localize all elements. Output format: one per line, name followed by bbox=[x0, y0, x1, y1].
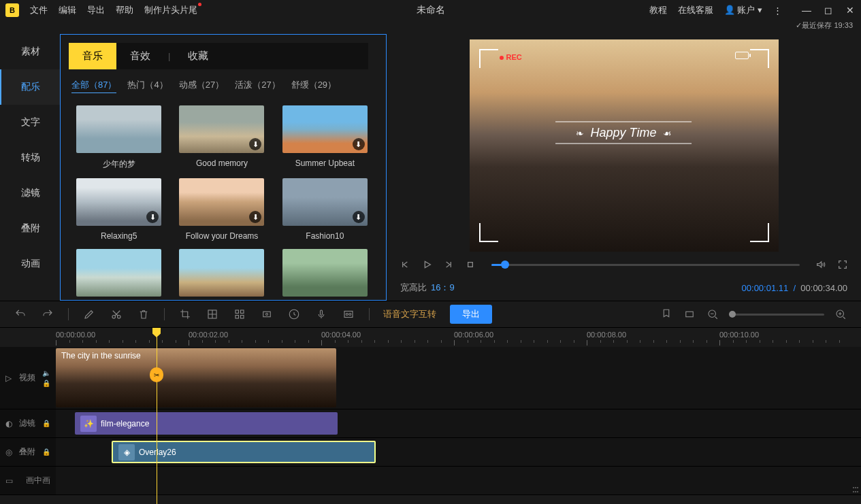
volume-icon[interactable] bbox=[815, 258, 827, 271]
lock-icon[interactable]: 🔒 bbox=[42, 380, 50, 387]
library-panel: 音乐 音效 | 收藏 全部（87） 热门（4） 动感（27） 活泼（27） 舒缓… bbox=[60, 34, 387, 301]
marker-icon[interactable] bbox=[660, 307, 673, 321]
preview-canvas[interactable]: REC ❧Happy Time☙ bbox=[470, 39, 779, 252]
play-icon[interactable] bbox=[421, 258, 433, 271]
app-logo: B bbox=[5, 3, 19, 17]
svg-rect-15 bbox=[686, 312, 694, 317]
tab-favorites[interactable]: 收藏 bbox=[174, 43, 222, 69]
track-lane-overlay[interactable]: ◈Overlay26 bbox=[56, 438, 861, 466]
cut-handle-icon[interactable]: ✂ bbox=[150, 367, 163, 382]
sidebar-item-overlay[interactable]: 叠附 bbox=[0, 211, 60, 246]
overlay-icon: ◎ bbox=[5, 448, 12, 457]
library-item[interactable] bbox=[278, 249, 372, 300]
timeline-ruler[interactable]: 00:00:00.0000:00:02.0000:00:04.0000:00:0… bbox=[0, 328, 861, 347]
resize-grip-icon[interactable] bbox=[853, 487, 860, 494]
zoom-out-icon[interactable] bbox=[706, 307, 719, 321]
redo-icon[interactable] bbox=[41, 307, 54, 321]
clip-overlay[interactable]: ◈Overlay26 bbox=[112, 441, 376, 463]
cat-all[interactable]: 全部（87） bbox=[71, 79, 116, 93]
prev-frame-icon[interactable] bbox=[399, 258, 411, 271]
library-item[interactable]: 少年的梦 bbox=[71, 105, 166, 170]
svg-rect-6 bbox=[235, 316, 239, 319]
menu-help[interactable]: 帮助 bbox=[116, 4, 133, 16]
sidebar-item-animation[interactable]: 动画 bbox=[0, 246, 60, 282]
library-item[interactable]: ⬇Fashion10 bbox=[278, 178, 372, 241]
library-item[interactable] bbox=[174, 249, 269, 300]
sidebar-item-filter[interactable]: 滤镜 bbox=[0, 175, 60, 211]
menu-edit[interactable]: 编辑 bbox=[59, 4, 76, 16]
crop-icon[interactable] bbox=[178, 307, 192, 321]
menu-export[interactable]: 导出 bbox=[87, 4, 105, 16]
cat-calm[interactable]: 舒缓（29） bbox=[291, 79, 336, 93]
download-icon[interactable]: ⬇ bbox=[249, 138, 261, 150]
download-icon[interactable]: ⬇ bbox=[249, 211, 261, 223]
player-controls bbox=[393, 252, 854, 278]
freeze-icon[interactable] bbox=[260, 307, 274, 321]
library-item[interactable]: ⬇Follow your Dreams bbox=[174, 178, 269, 241]
zoom-slider[interactable] bbox=[729, 314, 824, 316]
download-icon[interactable]: ⬇ bbox=[353, 211, 365, 223]
grid-icon[interactable] bbox=[233, 307, 246, 321]
cat-lively[interactable]: 活泼（27） bbox=[235, 79, 280, 93]
svg-point-14 bbox=[349, 314, 351, 316]
sidebar-item-music[interactable]: 配乐 bbox=[0, 69, 60, 105]
link-support[interactable]: 在线客服 bbox=[678, 4, 713, 16]
zoom-in-icon[interactable] bbox=[834, 307, 847, 321]
track-label: 视频 bbox=[19, 372, 35, 384]
cat-dynamic[interactable]: 动感（27） bbox=[179, 79, 224, 93]
minimize-icon[interactable]: — bbox=[801, 5, 812, 16]
clip-video[interactable]: The city in the sunrise bbox=[56, 348, 336, 407]
track-lane-filter[interactable]: ✨film-elegance bbox=[56, 409, 861, 437]
menu-file[interactable]: 文件 bbox=[30, 4, 48, 16]
undo-icon[interactable] bbox=[14, 307, 27, 321]
library-item[interactable]: ⬇Relaxing5 bbox=[71, 178, 166, 241]
mosaic-icon[interactable] bbox=[206, 307, 219, 321]
delete-icon[interactable] bbox=[137, 307, 150, 321]
fullscreen-icon[interactable] bbox=[836, 258, 849, 271]
sidebar-item-transition[interactable]: 转场 bbox=[0, 140, 60, 175]
progress-bar[interactable] bbox=[491, 264, 800, 266]
tab-sfx[interactable]: 音效 bbox=[116, 43, 164, 69]
sidebar-item-text[interactable]: 文字 bbox=[0, 105, 60, 140]
playhead[interactable]: ✂ bbox=[157, 328, 157, 504]
edit-icon[interactable] bbox=[82, 307, 96, 321]
thumbnail bbox=[282, 249, 368, 297]
mic-icon[interactable] bbox=[314, 307, 328, 321]
library-item[interactable]: ⬇Good memory bbox=[174, 105, 269, 170]
download-icon[interactable]: ⬇ bbox=[146, 211, 159, 223]
fit-icon[interactable] bbox=[683, 307, 696, 321]
thumbnail: ⬇ bbox=[76, 178, 161, 226]
library-item[interactable] bbox=[71, 249, 166, 300]
subtitle-icon[interactable] bbox=[342, 307, 355, 321]
track-lane-video[interactable]: The city in the sunrise bbox=[56, 347, 861, 409]
lock-icon[interactable]: 🔒 bbox=[42, 448, 50, 456]
more-icon[interactable]: ⋮ bbox=[773, 5, 782, 16]
svg-rect-7 bbox=[241, 316, 244, 319]
link-tutorial[interactable]: 教程 bbox=[649, 4, 667, 16]
track-play-icon[interactable]: ▷ bbox=[5, 373, 12, 383]
library-item[interactable]: ⬇Summer Upbeat bbox=[278, 105, 372, 170]
track-lane-pip[interactable] bbox=[56, 467, 861, 494]
maximize-icon[interactable]: ◻ bbox=[823, 5, 834, 16]
track-head-video: ▷ 视频 🔈🔒 bbox=[0, 347, 56, 409]
sidebar-item-media[interactable]: 素材 bbox=[0, 34, 60, 69]
account-button[interactable]: 👤 账户 ▾ bbox=[724, 4, 762, 16]
cut-icon[interactable] bbox=[110, 307, 123, 321]
ratio-value[interactable]: 16：9 bbox=[431, 282, 455, 294]
item-name: 少年的梦 bbox=[103, 158, 135, 170]
speed-icon[interactable] bbox=[287, 307, 301, 321]
tab-music[interactable]: 音乐 bbox=[69, 43, 116, 69]
wand-icon: ✨ bbox=[80, 416, 97, 432]
download-icon[interactable]: ⬇ bbox=[353, 138, 365, 150]
voice-to-text-button[interactable]: 语音文字互转 bbox=[383, 308, 436, 320]
close-icon[interactable]: ✕ bbox=[845, 5, 856, 16]
mute-icon[interactable]: 🔈 bbox=[42, 369, 50, 377]
lock-icon[interactable]: 🔒 bbox=[42, 420, 50, 427]
clip-filter[interactable]: ✨film-elegance bbox=[75, 412, 338, 435]
cat-hot[interactable]: 热门（4） bbox=[127, 79, 167, 93]
stop-icon[interactable] bbox=[464, 258, 476, 271]
export-button[interactable]: 导出 bbox=[450, 305, 492, 324]
next-frame-icon[interactable] bbox=[442, 258, 455, 271]
frame-corner bbox=[479, 49, 498, 68]
menu-make-intro[interactable]: 制作片头片尾 bbox=[144, 4, 197, 16]
